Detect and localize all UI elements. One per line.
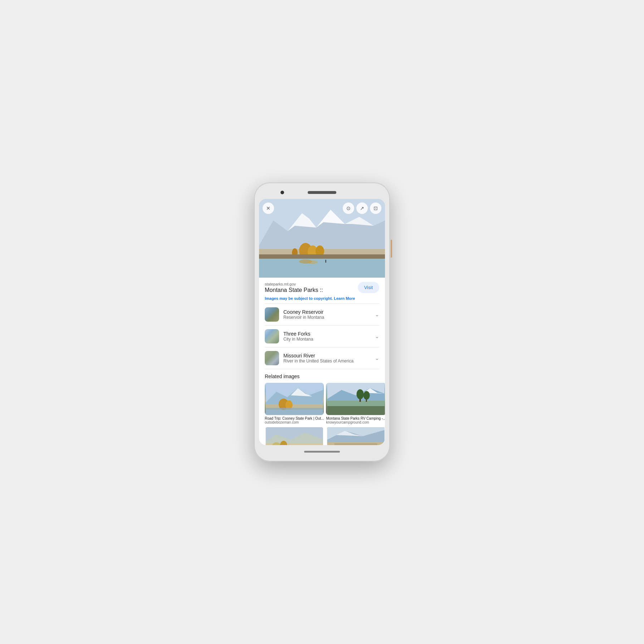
phone-top-bar — [259, 187, 385, 197]
grid-item-landscape2[interactable] — [326, 427, 385, 445]
bookmark-icon: ⊡ — [374, 205, 378, 211]
road-trip-img-inner — [265, 383, 324, 415]
cooney-type: Reservoir in Montana — [283, 315, 375, 320]
images-grid: Road Trip: Cooney State Park | Out... ou… — [265, 383, 379, 445]
missouri-name: Missouri River — [283, 353, 375, 358]
cooney-name: Cooney Reservoir — [283, 309, 375, 315]
side-button-right — [391, 240, 392, 258]
road-trip-title: Road Trip: Cooney State Park | Out... — [265, 416, 324, 420]
phone-screen: ✕ ⊙ ↗ ⊡ statepa — [259, 199, 385, 445]
road-trip-image — [265, 383, 324, 415]
missouri-type: River in the United States of America — [283, 358, 375, 364]
hero-image: ✕ ⊙ ↗ ⊡ — [259, 199, 385, 278]
landscape1-image — [265, 427, 324, 445]
svg-rect-21 — [266, 408, 323, 415]
threeforks-chevron: ⌄ — [375, 333, 379, 339]
related-images-title: Related images — [265, 374, 379, 379]
svg-point-30 — [364, 391, 370, 400]
svg-rect-26 — [327, 406, 385, 415]
rv-camping-source: knowyourcampground.com — [326, 420, 385, 424]
camera-dot — [280, 191, 284, 194]
home-indicator — [304, 451, 340, 453]
svg-point-28 — [357, 389, 364, 399]
copyright-text: Images may be subject to copyright. — [265, 296, 333, 301]
source-left: stateparks.mt.gov Montana State Parks :: — [265, 282, 323, 293]
grid-item-landscape1[interactable] — [265, 427, 324, 445]
location-item-missouri[interactable]: Missouri River River in the United State… — [259, 347, 385, 369]
source-domain: stateparks.mt.gov — [265, 282, 323, 286]
cooney-chevron: ⌄ — [375, 312, 379, 317]
source-title: Montana State Parks :: — [265, 287, 323, 293]
close-button[interactable]: ✕ — [263, 203, 274, 214]
rv-camping-img-inner — [326, 383, 385, 415]
visit-button[interactable]: Visit — [358, 282, 379, 293]
svg-rect-14 — [325, 260, 326, 263]
grid-item-road-trip[interactable]: Road Trip: Cooney State Park | Out... ou… — [265, 383, 324, 425]
cooney-info: Cooney Reservoir Reservoir in Montana — [283, 309, 375, 320]
missouri-chevron: ⌄ — [375, 355, 379, 361]
phone-device: ✕ ⊙ ↗ ⊡ statepa — [254, 182, 390, 462]
lens-button[interactable]: ⊙ — [343, 203, 354, 214]
bookmark-button[interactable]: ⊡ — [370, 203, 381, 214]
landscape2-image — [326, 427, 385, 445]
location-item-threeforks[interactable]: Three Forks City in Montana ⌄ — [259, 326, 385, 347]
source-info: stateparks.mt.gov Montana State Parks ::… — [259, 278, 385, 295]
landscape2-img-inner — [326, 427, 385, 445]
threeforks-info: Three Forks City in Montana — [283, 331, 375, 342]
copyright-notice: Images may be subject to copyright. Lear… — [259, 295, 385, 303]
learn-more-link[interactable]: Learn More — [334, 296, 355, 301]
landscape1-img-inner — [265, 427, 324, 445]
rv-camping-image — [326, 383, 385, 415]
svg-rect-10 — [259, 258, 385, 278]
missouri-info: Missouri River River in the United State… — [283, 353, 375, 364]
close-icon: ✕ — [266, 205, 270, 211]
threeforks-type: City in Montana — [283, 337, 375, 342]
content-area[interactable]: stateparks.mt.gov Montana State Parks ::… — [259, 278, 385, 445]
top-bar-icons: ✕ ⊙ ↗ ⊡ — [259, 203, 385, 214]
share-button[interactable]: ↗ — [356, 203, 368, 214]
phone-bottom-bar — [259, 447, 385, 457]
svg-rect-13 — [259, 254, 385, 259]
cooney-thumbnail — [265, 307, 279, 322]
action-icons-group: ⊙ ↗ ⊡ — [343, 203, 381, 214]
svg-rect-44 — [335, 443, 377, 445]
rv-camping-caption: Montana State Parks RV Camping -... know… — [326, 415, 385, 425]
phone-speaker — [308, 191, 336, 194]
svg-point-12 — [308, 260, 318, 264]
missouri-thumbnail — [265, 351, 279, 365]
related-images-section: Related images — [259, 369, 385, 445]
road-trip-source: outsidebozeman.com — [265, 420, 324, 424]
threeforks-thumbnail — [265, 329, 279, 343]
road-trip-caption: Road Trip: Cooney State Park | Out... ou… — [265, 415, 324, 425]
grid-item-rv-camping[interactable]: Montana State Parks RV Camping -... know… — [326, 383, 385, 425]
location-item-cooney[interactable]: Cooney Reservoir Reservoir in Montana ⌄ — [259, 304, 385, 325]
lens-icon: ⊙ — [346, 205, 351, 211]
threeforks-name: Three Forks — [283, 331, 375, 337]
share-icon: ↗ — [360, 205, 364, 211]
rv-camping-title: Montana State Parks RV Camping -... — [326, 416, 385, 420]
